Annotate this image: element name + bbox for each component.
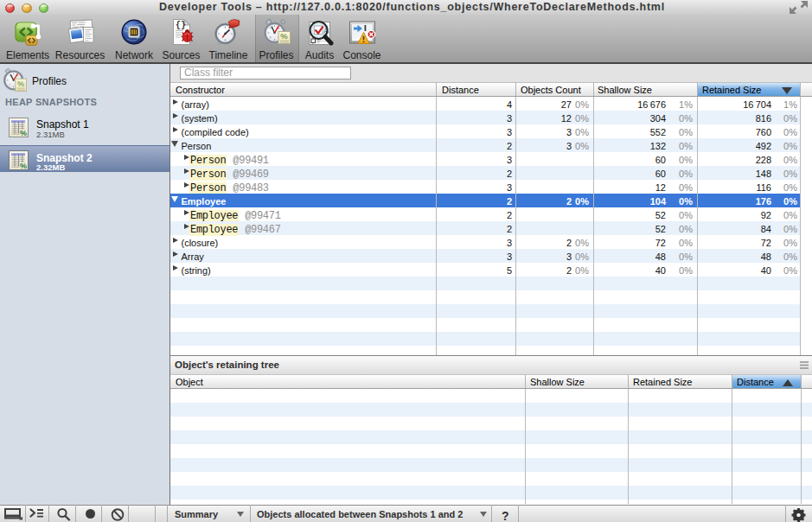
svg-text:%: %	[20, 129, 27, 137]
svg-text:%: %	[17, 80, 24, 88]
svg-text:%: %	[20, 162, 27, 170]
svg-text:{}: {}	[176, 21, 186, 30]
svg-text:%: %	[280, 31, 288, 41]
